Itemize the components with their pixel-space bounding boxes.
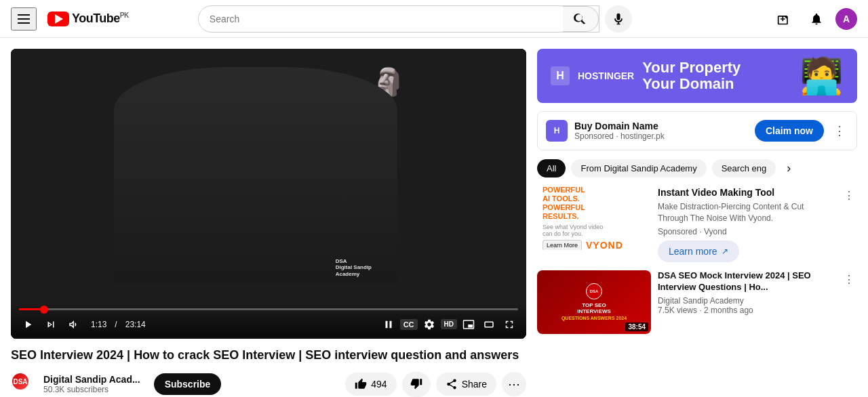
bell-icon <box>810 12 823 26</box>
time-total: 23:14 <box>125 320 146 329</box>
sponsored-title: Instant Video Making Tool <box>658 186 834 198</box>
settings-button[interactable] <box>420 316 438 333</box>
like-button[interactable]: 494 <box>345 373 396 396</box>
learn-more-label: Learn more <box>669 246 717 257</box>
filter-chips-next-button[interactable]: › <box>781 159 796 178</box>
related-views: 7.5K views <box>658 306 697 315</box>
search-button[interactable] <box>563 6 599 32</box>
ad-banner-headline: Your Property Your Domain <box>642 60 741 92</box>
vyond-brand-text: VYOND <box>586 240 623 250</box>
main-content: 🤚 🖐 🗿 DSADigital SandipAcademy <box>0 38 868 397</box>
play-button[interactable] <box>19 316 37 333</box>
ad-banner[interactable]: H HOSTINGER Your Property Your Domain 🧑‍… <box>537 49 857 103</box>
search-bar <box>198 5 599 33</box>
video-player[interactable]: 🤚 🖐 🗿 DSADigital SandipAcademy <box>11 49 526 339</box>
avatar[interactable]: A <box>835 8 857 30</box>
action-buttons: 494 Share ⋯ <box>345 372 526 397</box>
video-section: 🤚 🖐 🗿 DSADigital SandipAcademy <box>11 49 526 397</box>
theater-icon <box>483 318 495 331</box>
sponsored-thumbnail[interactable]: POWERFULAI TOOLS.POWERFULRESULTS. See wh… <box>537 186 651 250</box>
channel-avatar-img: DSA <box>11 372 30 391</box>
filter-chip-from-dsa[interactable]: From Digital Sandip Academy <box>571 159 706 177</box>
hostinger-h-icon: H <box>551 66 570 85</box>
pause-icon <box>382 318 395 331</box>
video-title: SEO Interview 2024 | How to crack SEO In… <box>11 347 526 364</box>
thumbs-down-icon <box>410 377 422 390</box>
channel-info: Digital Sandip Acad... 50.3K subscribers <box>43 374 140 394</box>
video-controls: 1:13 / 23:14 CC HD <box>11 303 526 339</box>
external-link-icon: ↗ <box>722 247 728 256</box>
more-options-button[interactable]: ⋯ <box>502 372 526 396</box>
subscribe-button[interactable]: Subscribe <box>154 373 222 395</box>
sponsored-video-card: POWERFULAI TOOLS.POWERFULRESULTS. See wh… <box>537 186 857 262</box>
progress-dot <box>40 306 48 314</box>
search-icon <box>574 12 587 26</box>
related-video-title: DSA SEO Mock Interview 2024 | SEO Interv… <box>658 270 834 293</box>
yt-logo-text: YouTubePK <box>72 12 129 26</box>
filter-chip-search[interactable]: Search eng <box>712 159 776 177</box>
mic-icon <box>612 12 625 26</box>
yt-play-icon <box>55 14 63 24</box>
search-input[interactable] <box>199 8 563 30</box>
duration-badge: 38:54 <box>625 322 648 331</box>
claim-now-button[interactable]: Claim now <box>755 120 824 142</box>
thumbs-up-icon <box>355 378 367 390</box>
video-info: SEO Interview 2024 | How to crack SEO In… <box>11 339 526 398</box>
hamburger-menu-button[interactable] <box>11 7 37 30</box>
header-left: YouTubePK <box>11 7 129 30</box>
header: YouTubePK A <box>0 0 868 38</box>
sponsored-badge: Sponsored · Vyond <box>658 227 834 236</box>
miniplayer-icon <box>462 318 475 331</box>
related-thumbnail[interactable]: DSA TOP SEO INTERVIEWS QUESTIONS ANSWERS… <box>537 270 651 334</box>
play-icon <box>22 318 34 331</box>
related-video-card: DSA TOP SEO INTERVIEWS QUESTIONS ANSWERS… <box>537 270 857 334</box>
yt-country-code: PK <box>120 12 129 19</box>
dislike-button[interactable] <box>402 372 431 397</box>
related-channel-name: Digital Sandip Academy <box>658 296 834 306</box>
time-display: 1:13 <box>91 320 106 329</box>
yt-icon <box>47 12 69 26</box>
channel-subs: 50.3K subscribers <box>43 385 140 394</box>
volume-button[interactable] <box>65 316 83 333</box>
youtube-logo[interactable]: YouTubePK <box>47 12 129 26</box>
filter-chip-all[interactable]: All <box>537 159 566 177</box>
notifications-button[interactable] <box>803 5 830 33</box>
settings-icon <box>423 318 435 331</box>
sponsored-more-button[interactable]: ⋮ <box>841 186 857 205</box>
vyond-see-what: See what Vyond videocan do for you. <box>542 224 603 237</box>
controls-row: 1:13 / 23:14 CC HD <box>19 316 518 333</box>
fullscreen-button[interactable] <box>500 316 518 333</box>
time-separator: / <box>115 320 117 329</box>
theater-button[interactable] <box>480 316 498 333</box>
ad-more-button[interactable]: ⋮ <box>831 121 848 141</box>
header-actions: A <box>770 5 857 33</box>
sponsored-desc: Make Distraction-Piercing Content & Cut … <box>658 201 834 224</box>
channel-name: Digital Sandip Acad... <box>43 374 140 385</box>
vyond-headline: POWERFULAI TOOLS.POWERFULRESULTS. <box>542 186 585 221</box>
share-button[interactable]: Share <box>436 373 496 396</box>
vyond-learn-small: Learn More <box>542 240 582 250</box>
fullscreen-icon <box>503 318 515 331</box>
pause-button[interactable] <box>380 316 397 333</box>
ad-brand-icon: H <box>546 120 568 142</box>
captions-button[interactable]: CC <box>400 319 418 330</box>
controls-right: CC HD <box>380 316 518 333</box>
progress-bar[interactable] <box>19 308 518 310</box>
dsa-overlay: DSADigital SandipAcademy <box>336 258 372 278</box>
header-search-area <box>198 5 632 33</box>
sponsored-info: Instant Video Making Tool Make Distracti… <box>658 186 834 262</box>
quality-button[interactable]: HD <box>441 319 457 329</box>
related-age: 2 months ago <box>704 306 753 315</box>
channel-avatar[interactable]: DSA <box>11 372 35 396</box>
filter-chips-row: All From Digital Sandip Academy Search e… <box>537 159 857 178</box>
related-more-button[interactable]: ⋮ <box>841 270 857 289</box>
next-button[interactable] <box>42 316 60 333</box>
mic-button[interactable] <box>605 5 632 33</box>
create-video-button[interactable] <box>770 5 797 33</box>
miniplayer-button[interactable] <box>460 316 477 333</box>
learn-more-button[interactable]: Learn more ↗ <box>658 241 739 262</box>
vyond-logo-row: Learn More VYOND <box>542 240 623 250</box>
ad-banner-person: 🧑‍💻 <box>800 49 844 103</box>
channel-row: DSA Digital Sandip Acad... 50.3K subscri… <box>11 372 526 397</box>
ad-card-title: Buy Domain Name <box>574 121 748 131</box>
